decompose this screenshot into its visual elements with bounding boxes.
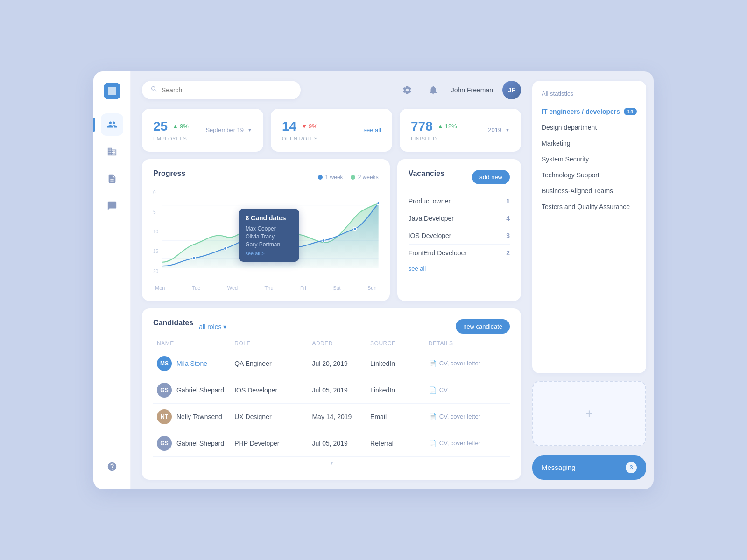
stats-item-testers[interactable]: Testers and Quality Assurance (542, 199, 637, 215)
vacancy-row-1: Product owner 1 (409, 193, 510, 210)
settings-button[interactable] (399, 82, 416, 98)
avatar-4: GS (157, 436, 172, 451)
stat-label-employees: EMPLOYEES (153, 136, 189, 141)
stats-item-security[interactable]: System Security (542, 151, 637, 167)
search-icon (150, 85, 158, 95)
stat-number-employees: 25 ▲ 9% (153, 119, 189, 134)
vacancies-header: Vacancies add new (409, 169, 510, 185)
chart-header: Progress 1 week 2 weeks (153, 169, 379, 185)
stat-number-open-roles: 14 ▼ 9% (282, 119, 318, 134)
chart-x-labels: Mon Tue Wed Thu Fri Sat Sun (153, 285, 379, 291)
table-row: NT Nelly Townsend UX Designer May 14, 20… (153, 404, 510, 430)
stat-label-finished: FINISHED (411, 136, 457, 141)
chart-legend: 1 week 2 weeks (318, 174, 379, 181)
candidate-name-cell-2: GS Gabriel Shepard (157, 383, 234, 398)
chart-area: 20 15 10 5 0 (153, 190, 379, 283)
chart-y-labels: 20 15 10 5 0 (153, 190, 158, 283)
candidate-name-cell-3: NT Nelly Townsend (157, 409, 234, 424)
document-icon-3: 📄 (429, 413, 437, 420)
legend-1week: 1 week (318, 174, 343, 181)
search-input[interactable] (162, 86, 292, 94)
svg-point-9 (353, 227, 357, 230)
stat-card-employees: 25 ▲ 9% EMPLOYEES September 19 ▼ (142, 109, 263, 152)
stat-filter-employees[interactable]: September 19 ▼ (205, 126, 252, 133)
all-roles-filter[interactable]: all roles ▾ (199, 323, 226, 330)
vacancy-row-3: IOS Developer 3 (409, 227, 510, 245)
messaging-button[interactable]: Messaging 3 (532, 455, 646, 480)
vacancy-list: Product owner 1 Java Developer 4 IOS Dev… (409, 193, 510, 261)
table-row: MS Mila Stone QA Engineer Jul 20, 2019 L… (153, 350, 510, 377)
svg-point-4 (192, 256, 196, 259)
vacancy-row-2: Java Developer 4 (409, 210, 510, 227)
svg-point-5 (224, 246, 227, 250)
candidates-title-area: Candidates all roles ▾ (153, 319, 226, 335)
table-row: GS Gabriel Shepard IOS Developer Jul 05,… (153, 377, 510, 404)
chart-title: Progress (153, 169, 185, 178)
sidebar (93, 71, 131, 489)
doc-cell-4: 📄 CV, cover letter (429, 440, 506, 447)
stats-item-marketing[interactable]: Marketing (542, 135, 637, 151)
candidate-name-link-1[interactable]: Mila Stone (176, 360, 207, 367)
bell-icon (428, 85, 438, 95)
table-row: GS Gabriel Shepard PHP Developer Jul 05,… (153, 430, 510, 457)
document-icon-2: 📄 (429, 386, 437, 394)
chevron-down-icon-2: ▼ (505, 127, 510, 133)
document-icon-4: 📄 (429, 440, 437, 447)
stat-card-open-roles: 14 ▼ 9% OPEN ROLES see all (271, 109, 392, 152)
candidates-title: Candidates (153, 319, 193, 327)
stats-item-design[interactable]: Design department (542, 119, 637, 135)
tooltip-name-2: Olivia Tracy (245, 233, 293, 240)
tooltip-see-all[interactable]: see all > (245, 251, 293, 256)
stat-left-employees: 25 ▲ 9% EMPLOYEES (153, 119, 189, 141)
stats-item-business[interactable]: Business-Aligned Teams (542, 183, 637, 199)
user-avatar[interactable]: JF (502, 81, 521, 99)
right-panel: All statistics IT engineers / developers… (532, 71, 654, 489)
svg-point-8 (322, 239, 325, 242)
content-row: Progress 1 week 2 weeks 20 (142, 159, 521, 301)
tooltip-name-3: Gary Portman (245, 241, 293, 248)
tooltip-title: 8 Candidates (245, 214, 293, 222)
candidate-name-cell-4: GS Gabriel Shepard (157, 436, 234, 451)
avatar-3: NT (157, 409, 172, 424)
sidebar-item-people[interactable] (101, 113, 123, 136)
notifications-button[interactable] (425, 82, 442, 98)
stat-number-finished: 778 ▲ 12% (411, 119, 457, 134)
statistics-panel: All statistics IT engineers / developers… (532, 81, 646, 373)
sidebar-logo[interactable] (104, 83, 120, 99)
main-content: John Freeman JF 25 ▲ 9% EMPLOYEES (131, 71, 532, 489)
sidebar-item-document[interactable] (101, 168, 123, 190)
table-header: Name Role Added Source Details (153, 340, 510, 350)
vacancies-card: Vacancies add new Product owner 1 Java D… (397, 159, 521, 301)
search-bar[interactable] (142, 81, 301, 99)
stat-label-open-roles: OPEN ROLES (282, 136, 318, 141)
sidebar-item-help[interactable] (101, 455, 123, 478)
document-icon-1: 📄 (429, 360, 437, 367)
candidates-card: Candidates all roles ▾ new candidate Nam… (142, 308, 521, 480)
add-new-button[interactable]: add new (472, 170, 510, 184)
sidebar-item-chat[interactable] (101, 195, 123, 217)
app-container: John Freeman JF 25 ▲ 9% EMPLOYEES (93, 71, 654, 489)
stat-trend-finished: ▲ 12% (437, 123, 457, 130)
avatar-1: MS (157, 356, 172, 371)
doc-cell-3: 📄 CV, cover letter (429, 413, 506, 420)
building-icon (107, 147, 117, 157)
legend-dot-1week (318, 175, 323, 180)
add-widget-button[interactable]: + (532, 381, 646, 446)
vacancy-row-4: FrontEnd Developer 2 (409, 245, 510, 261)
statistics-header: All statistics (542, 90, 637, 97)
messaging-badge: 3 (626, 462, 637, 473)
new-candidate-button[interactable]: new candidate (456, 319, 510, 334)
progress-card: Progress 1 week 2 weeks 20 (142, 159, 390, 301)
see-all-link[interactable]: see all (363, 126, 381, 133)
doc-cell-2: 📄 CV (429, 386, 506, 394)
help-icon (107, 462, 117, 472)
stat-trend-open-roles: ▼ 9% (301, 123, 317, 130)
vacancies-see-all[interactable]: see all (409, 261, 510, 272)
stats-badge-it: 14 (624, 108, 637, 115)
stat-filter-finished[interactable]: 2019 ▼ (488, 126, 510, 133)
stats-item-it[interactable]: IT engineers / developers 14 (542, 104, 637, 119)
stat-see-all-open-roles[interactable]: see all (363, 126, 381, 133)
stat-left-open-roles: 14 ▼ 9% OPEN ROLES (282, 119, 318, 141)
stats-item-tech-support[interactable]: Technology Support (542, 167, 637, 183)
sidebar-item-building[interactable] (101, 140, 123, 163)
